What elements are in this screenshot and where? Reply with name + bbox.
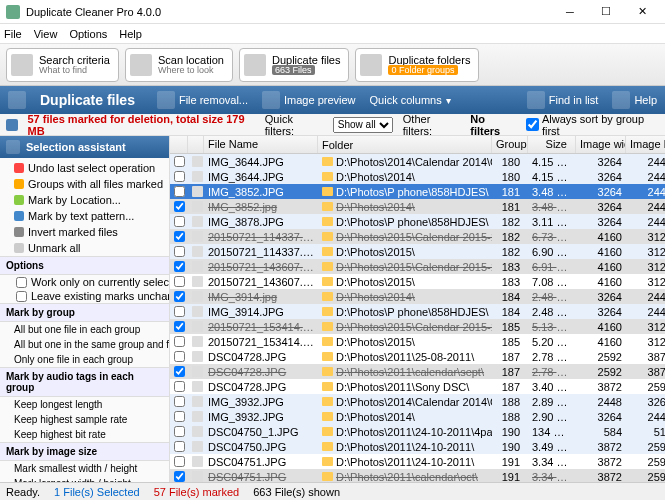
sidebar-item[interactable]: Keep highest bit rate: [0, 427, 169, 442]
sidebar-op[interactable]: Mark by text pattern...: [0, 208, 169, 224]
row-checkbox[interactable]: [174, 426, 185, 437]
cell-width: 3264: [576, 291, 626, 303]
find-in-list-button[interactable]: Find in list: [527, 91, 599, 109]
table-row[interactable]: IMG_3644.JPGD:\Photos\2014\Calendar 2014…: [170, 154, 665, 169]
cell-size: 6.73 MB: [528, 231, 576, 243]
sidebar-item[interactable]: Mark smallest width / height: [0, 461, 169, 476]
grid-body[interactable]: IMG_3644.JPGD:\Photos\2014\Calendar 2014…: [170, 154, 665, 482]
sort-by-group-toggle[interactable]: Always sort by group first: [526, 113, 659, 137]
table-row[interactable]: IMG_3932.JPGD:\Photos\2014\Calendar 2014…: [170, 394, 665, 409]
row-checkbox[interactable]: [174, 291, 185, 302]
toolbar-scan-location[interactable]: Scan locationWhere to look: [125, 48, 233, 82]
row-checkbox[interactable]: [174, 156, 185, 167]
table-row[interactable]: IMG_3932.JPGD:\Photos\2014\1882.90 MB326…: [170, 409, 665, 424]
image-preview-button[interactable]: Image preview: [262, 91, 356, 109]
table-row[interactable]: IMG_3852.jpgD:\Photos\2014\1813.48 MB326…: [170, 199, 665, 214]
col-folder[interactable]: Folder: [318, 136, 492, 153]
file-icon: [192, 426, 203, 437]
toolbar-duplicate-folders[interactable]: Duplicate folders0 Folder groups: [355, 48, 479, 82]
quick-filters-select[interactable]: Show all: [333, 117, 393, 133]
col-check[interactable]: [170, 136, 188, 153]
cell-height: 2592: [626, 381, 665, 393]
table-row[interactable]: IMG_3644.JPGD:\Photos\2014\1804.15 MB326…: [170, 169, 665, 184]
cell-filename: IMG_3878.JPG: [204, 216, 318, 228]
table-row[interactable]: IMG_3914.JPGD:\Photos\P phone\858HDJES\1…: [170, 304, 665, 319]
table-row[interactable]: DSC04750_1.JPGD:\Photos\2011\24-10-2011\…: [170, 424, 665, 439]
col-filename[interactable]: File Name: [204, 136, 318, 153]
close-button[interactable]: ✕: [625, 2, 659, 22]
sidebar-item[interactable]: All but one in the same group and fold: [0, 337, 169, 352]
cell-height: 2448: [626, 156, 665, 168]
col-size[interactable]: Size: [528, 136, 576, 153]
file-removal-button[interactable]: File removal...: [157, 91, 248, 109]
table-row[interactable]: DSC04751.JPGD:\Photos\2011\24-10-2011\19…: [170, 454, 665, 469]
sidebar-op[interactable]: Groups with all files marked: [0, 176, 169, 192]
sidebar-item[interactable]: Keep longest length: [0, 397, 169, 412]
table-row[interactable]: IMG_3852.JPGD:\Photos\P phone\858HDJES\1…: [170, 184, 665, 199]
row-checkbox[interactable]: [174, 321, 185, 332]
row-checkbox[interactable]: [174, 231, 185, 242]
cell-filename: 20150721_143607.jpg: [204, 276, 318, 288]
row-checkbox[interactable]: [174, 411, 185, 422]
table-row[interactable]: DSC04728.JPGD:\Photos\2011\calendar\sept…: [170, 364, 665, 379]
table-row[interactable]: 20150721_114337.jpgD:\Photos\2015\1826.9…: [170, 244, 665, 259]
minimize-button[interactable]: ─: [553, 2, 587, 22]
cell-folder: D:\Photos\2014\Calendar 2014\Calend...: [318, 396, 492, 408]
sidebar-op[interactable]: Mark by Location...: [0, 192, 169, 208]
row-checkbox[interactable]: [174, 381, 185, 392]
toolbar-search-criteria[interactable]: Search criteriaWhat to find: [6, 48, 119, 82]
row-checkbox[interactable]: [174, 186, 185, 197]
table-row[interactable]: DSC04750.JPGD:\Photos\2011\24-10-2011\19…: [170, 439, 665, 454]
sidebar-item[interactable]: Keep highest sample rate: [0, 412, 169, 427]
row-checkbox[interactable]: [174, 201, 185, 212]
row-checkbox[interactable]: [174, 396, 185, 407]
sidebar-op[interactable]: Undo last select operation: [0, 160, 169, 176]
sidebar-op[interactable]: Invert marked files: [0, 224, 169, 240]
table-row[interactable]: 20150721_143607.jpgD:\Photos\2015\1837.0…: [170, 274, 665, 289]
cell-folder: D:\Photos\2014\Calendar 2014\Calend...: [318, 156, 492, 168]
row-checkbox[interactable]: [174, 246, 185, 257]
table-row[interactable]: 20150721_114337.jpgD:\Photos\2015\Calend…: [170, 229, 665, 244]
row-checkbox[interactable]: [174, 171, 185, 182]
row-checkbox[interactable]: [174, 276, 185, 287]
quick-columns-button[interactable]: Quick columns ▾: [370, 94, 451, 106]
table-row[interactable]: DSC04751.JPGD:\Photos\2011\calendar\oct\…: [170, 469, 665, 482]
row-checkbox[interactable]: [174, 336, 185, 347]
cell-height: 2448: [626, 186, 665, 198]
menu-options[interactable]: Options: [69, 28, 107, 40]
menu-file[interactable]: File: [4, 28, 22, 40]
cell-size: 6.90 MB: [528, 246, 576, 258]
row-checkbox[interactable]: [174, 306, 185, 317]
sidebar-item[interactable]: Work only on currently selected rows: [0, 275, 169, 289]
menu-view[interactable]: View: [34, 28, 58, 40]
sidebar-item[interactable]: Leave existing marks unchanged: [0, 289, 169, 303]
sidebar-item[interactable]: All but one file in each group: [0, 322, 169, 337]
file-icon: [192, 276, 203, 287]
row-checkbox[interactable]: [174, 261, 185, 272]
sidebar-item[interactable]: Only one file in each group: [0, 352, 169, 367]
maximize-button[interactable]: ☐: [589, 2, 623, 22]
help-button[interactable]: Help: [612, 91, 657, 109]
section-title: Duplicate files: [40, 92, 135, 108]
col-width[interactable]: Image width: [576, 136, 626, 153]
table-row[interactable]: 20150721_153414.jpgD:\Photos\2015\1855.2…: [170, 334, 665, 349]
table-row[interactable]: 20150721_143607.jpgD:\Photos\2015\Calend…: [170, 259, 665, 274]
table-row[interactable]: DSC04728.JPGD:\Photos\2011\Sony DSC\1873…: [170, 379, 665, 394]
row-checkbox[interactable]: [174, 456, 185, 467]
sidebar-header: Selection assistant: [0, 136, 169, 158]
row-checkbox[interactable]: [174, 441, 185, 452]
toolbar-duplicate-files[interactable]: Duplicate files663 Files: [239, 48, 349, 82]
row-checkbox[interactable]: [174, 351, 185, 362]
row-checkbox[interactable]: [174, 216, 185, 227]
table-row[interactable]: IMG_3878.JPGD:\Photos\P phone\858HDJES\1…: [170, 214, 665, 229]
table-row[interactable]: IMG_3914.jpgD:\Photos\2014\1842.48 MB326…: [170, 289, 665, 304]
table-row[interactable]: 20150721_153414.jpgD:\Photos\2015\Calend…: [170, 319, 665, 334]
col-group[interactable]: Group: [492, 136, 528, 153]
menu-help[interactable]: Help: [119, 28, 142, 40]
sidebar-op[interactable]: Unmark all: [0, 240, 169, 256]
row-checkbox[interactable]: [174, 471, 185, 482]
col-height[interactable]: Image height: [626, 136, 665, 153]
table-row[interactable]: DSC04728.JPGD:\Photos\2011\25-08-2011\18…: [170, 349, 665, 364]
row-checkbox[interactable]: [174, 366, 185, 377]
file-icon: [192, 186, 203, 197]
